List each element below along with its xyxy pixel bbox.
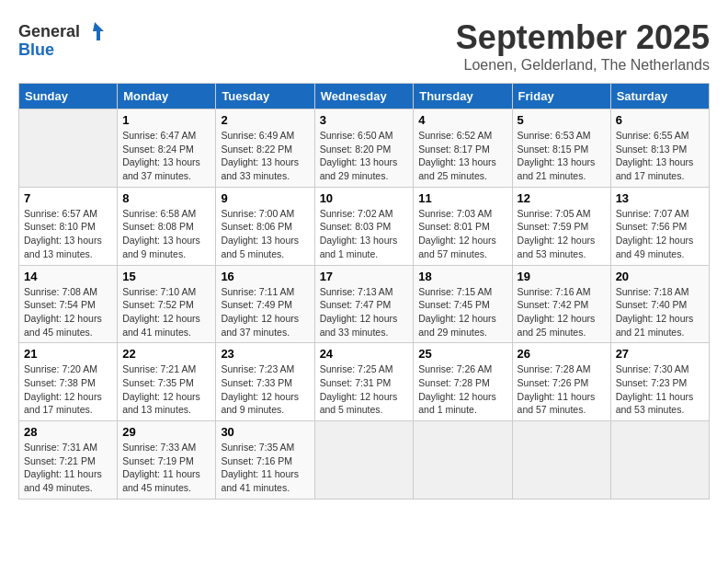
day-cell: 14Sunrise: 7:08 AM Sunset: 7:54 PM Dayli… — [19, 265, 118, 343]
day-detail: Sunrise: 7:02 AM Sunset: 8:03 PM Dayligh… — [320, 207, 409, 261]
day-detail: Sunrise: 7:26 AM Sunset: 7:28 PM Dayligh… — [418, 362, 506, 417]
day-number: 30 — [221, 425, 309, 439]
week-row-4: 21Sunrise: 7:20 AM Sunset: 7:38 PM Dayli… — [19, 343, 710, 421]
calendar-table: Sunday Monday Tuesday Wednesday Thursday… — [18, 83, 710, 500]
day-number: 4 — [418, 113, 506, 127]
day-cell — [19, 109, 118, 188]
calendar-header: Sunday Monday Tuesday Wednesday Thursday… — [19, 84, 710, 109]
day-cell: 11Sunrise: 7:03 AM Sunset: 8:01 PM Dayli… — [414, 187, 512, 265]
day-detail: Sunrise: 6:52 AM Sunset: 8:17 PM Dayligh… — [418, 129, 506, 183]
day-detail: Sunrise: 6:47 AM Sunset: 8:24 PM Dayligh… — [122, 129, 210, 183]
week-row-5: 28Sunrise: 7:31 AM Sunset: 7:21 PM Dayli… — [19, 421, 710, 500]
day-cell: 1Sunrise: 6:47 AM Sunset: 8:24 PM Daylig… — [118, 109, 216, 188]
day-number: 7 — [24, 191, 112, 205]
day-cell: 23Sunrise: 7:23 AM Sunset: 7:33 PM Dayli… — [216, 343, 314, 421]
day-cell: 17Sunrise: 7:13 AM Sunset: 7:47 PM Dayli… — [314, 265, 414, 343]
day-number: 14 — [24, 270, 112, 283]
day-cell: 13Sunrise: 7:07 AM Sunset: 7:56 PM Dayli… — [610, 187, 709, 265]
day-number: 22 — [122, 347, 210, 361]
day-cell: 15Sunrise: 7:10 AM Sunset: 7:52 PM Dayli… — [118, 265, 216, 343]
day-number: 20 — [616, 270, 704, 283]
day-number: 25 — [418, 347, 506, 361]
day-cell: 22Sunrise: 7:21 AM Sunset: 7:35 PM Dayli… — [118, 343, 216, 421]
day-cell: 4Sunrise: 6:52 AM Sunset: 8:17 PM Daylig… — [414, 109, 512, 188]
day-detail: Sunrise: 7:20 AM Sunset: 7:38 PM Dayligh… — [24, 362, 112, 417]
day-detail: Sunrise: 7:23 AM Sunset: 7:33 PM Dayligh… — [221, 362, 309, 417]
day-cell: 7Sunrise: 6:57 AM Sunset: 8:10 PM Daylig… — [19, 187, 118, 265]
day-number: 8 — [122, 191, 210, 205]
day-detail: Sunrise: 7:31 AM Sunset: 7:21 PM Dayligh… — [24, 441, 112, 495]
day-number: 10 — [320, 191, 409, 205]
day-cell: 28Sunrise: 7:31 AM Sunset: 7:21 PM Dayli… — [19, 421, 118, 500]
day-number: 2 — [221, 113, 309, 127]
day-number: 12 — [518, 191, 606, 205]
header-row: Sunday Monday Tuesday Wednesday Thursday… — [19, 84, 710, 109]
day-cell: 5Sunrise: 6:53 AM Sunset: 8:15 PM Daylig… — [512, 109, 610, 188]
day-cell: 29Sunrise: 7:33 AM Sunset: 7:19 PM Dayli… — [118, 421, 216, 500]
day-number: 1 — [122, 113, 210, 127]
day-cell: 9Sunrise: 7:00 AM Sunset: 8:06 PM Daylig… — [216, 187, 314, 265]
day-cell: 20Sunrise: 7:18 AM Sunset: 7:40 PM Dayli… — [610, 265, 709, 343]
day-number: 15 — [122, 270, 210, 283]
day-cell — [610, 421, 709, 500]
day-detail: Sunrise: 7:07 AM Sunset: 7:56 PM Dayligh… — [616, 207, 704, 261]
day-cell: 6Sunrise: 6:55 AM Sunset: 8:13 PM Daylig… — [610, 109, 709, 188]
day-number: 13 — [616, 191, 704, 205]
day-detail: Sunrise: 6:55 AM Sunset: 8:13 PM Dayligh… — [616, 129, 704, 183]
day-detail: Sunrise: 7:33 AM Sunset: 7:19 PM Dayligh… — [122, 441, 210, 495]
title-area: September 2025 Loenen, Gelderland, The N… — [456, 18, 710, 74]
day-detail: Sunrise: 7:18 AM Sunset: 7:40 PM Dayligh… — [616, 285, 704, 339]
day-cell: 24Sunrise: 7:25 AM Sunset: 7:31 PM Dayli… — [314, 343, 414, 421]
day-number: 18 — [418, 270, 506, 283]
day-detail: Sunrise: 7:03 AM Sunset: 8:01 PM Dayligh… — [418, 207, 506, 261]
day-detail: Sunrise: 7:16 AM Sunset: 7:42 PM Dayligh… — [518, 285, 606, 339]
page-header: General Blue September 2025 Loenen, Geld… — [18, 18, 710, 74]
day-number: 6 — [616, 113, 704, 127]
day-detail: Sunrise: 7:13 AM Sunset: 7:47 PM Dayligh… — [320, 285, 409, 339]
week-row-3: 14Sunrise: 7:08 AM Sunset: 7:54 PM Dayli… — [19, 265, 710, 343]
day-detail: Sunrise: 7:30 AM Sunset: 7:23 PM Dayligh… — [616, 362, 704, 417]
week-row-1: 1Sunrise: 6:47 AM Sunset: 8:24 PM Daylig… — [19, 109, 710, 188]
day-cell: 18Sunrise: 7:15 AM Sunset: 7:45 PM Dayli… — [414, 265, 512, 343]
day-number: 26 — [518, 347, 606, 361]
day-number: 29 — [122, 425, 210, 439]
day-number: 16 — [221, 270, 309, 283]
col-wednesday: Wednesday — [314, 84, 414, 109]
day-number: 28 — [24, 425, 112, 439]
location-subtitle: Loenen, Gelderland, The Netherlands — [456, 57, 710, 74]
logo: General Blue — [18, 18, 108, 60]
day-cell: 10Sunrise: 7:02 AM Sunset: 8:03 PM Dayli… — [314, 187, 414, 265]
day-number: 24 — [320, 347, 409, 361]
day-detail: Sunrise: 7:08 AM Sunset: 7:54 PM Dayligh… — [24, 285, 112, 339]
day-cell: 25Sunrise: 7:26 AM Sunset: 7:28 PM Dayli… — [414, 343, 512, 421]
calendar-body: 1Sunrise: 6:47 AM Sunset: 8:24 PM Daylig… — [19, 109, 710, 500]
day-number: 21 — [24, 347, 112, 361]
day-cell: 2Sunrise: 6:49 AM Sunset: 8:22 PM Daylig… — [216, 109, 314, 188]
day-cell — [512, 421, 610, 500]
day-cell: 19Sunrise: 7:16 AM Sunset: 7:42 PM Dayli… — [512, 265, 610, 343]
logo-general: General — [18, 22, 80, 41]
day-detail: Sunrise: 6:53 AM Sunset: 8:15 PM Dayligh… — [518, 129, 606, 183]
day-cell: 30Sunrise: 7:35 AM Sunset: 7:16 PM Dayli… — [216, 421, 314, 500]
day-number: 27 — [616, 347, 704, 361]
day-cell: 21Sunrise: 7:20 AM Sunset: 7:38 PM Dayli… — [19, 343, 118, 421]
logo-arrow-icon — [82, 18, 108, 44]
svg-marker-0 — [93, 22, 104, 40]
week-row-2: 7Sunrise: 6:57 AM Sunset: 8:10 PM Daylig… — [19, 187, 710, 265]
day-detail: Sunrise: 7:10 AM Sunset: 7:52 PM Dayligh… — [122, 285, 210, 339]
day-detail: Sunrise: 6:57 AM Sunset: 8:10 PM Dayligh… — [24, 207, 112, 261]
day-number: 9 — [221, 191, 309, 205]
col-thursday: Thursday — [414, 84, 512, 109]
day-detail: Sunrise: 6:49 AM Sunset: 8:22 PM Dayligh… — [221, 129, 309, 183]
day-cell: 8Sunrise: 6:58 AM Sunset: 8:08 PM Daylig… — [118, 187, 216, 265]
day-detail: Sunrise: 7:35 AM Sunset: 7:16 PM Dayligh… — [221, 441, 309, 495]
day-detail: Sunrise: 7:28 AM Sunset: 7:26 PM Dayligh… — [518, 362, 606, 417]
day-number: 17 — [320, 270, 409, 283]
day-detail: Sunrise: 7:25 AM Sunset: 7:31 PM Dayligh… — [320, 362, 409, 417]
col-friday: Friday — [512, 84, 610, 109]
day-number: 3 — [320, 113, 409, 127]
day-detail: Sunrise: 6:50 AM Sunset: 8:20 PM Dayligh… — [320, 129, 409, 183]
day-detail: Sunrise: 7:11 AM Sunset: 7:49 PM Dayligh… — [221, 285, 309, 339]
month-title: September 2025 — [456, 18, 710, 57]
day-number: 19 — [518, 270, 606, 283]
